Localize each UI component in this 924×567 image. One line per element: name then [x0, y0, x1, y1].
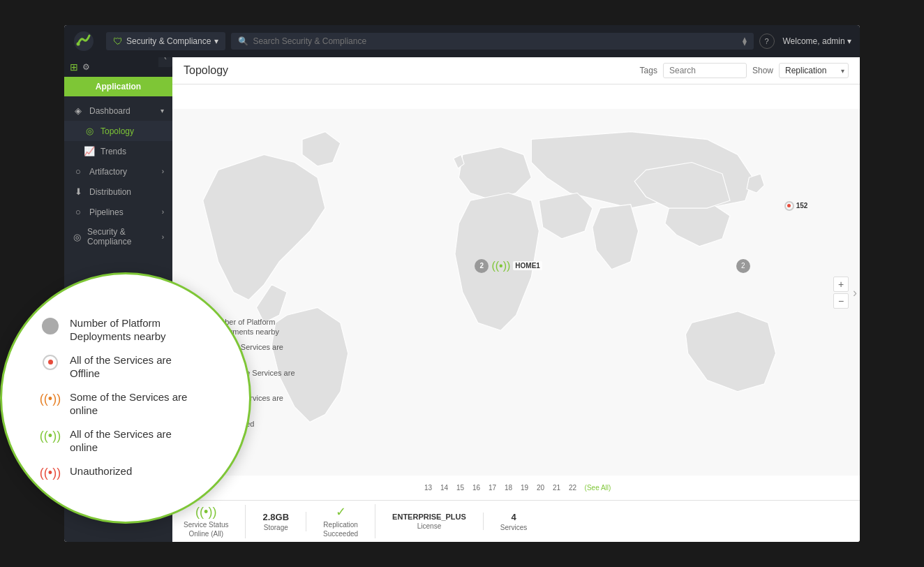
search-icon: 🔍 — [238, 36, 248, 46]
zoom-in-button[interactable]: + — [833, 277, 849, 292]
user-menu-button[interactable]: Welcome, admin ▾ — [783, 36, 852, 46]
show-label: Show — [752, 66, 773, 75]
tooltip-item-deployments: Number of PlatformDeployments nearby — [40, 316, 221, 344]
map-next-arrow[interactable]: › — [853, 285, 857, 300]
tooltip-dot-red-icon — [40, 355, 60, 370]
status-bar: ((•)) Service Status Online (All) 2.8GB … — [172, 500, 860, 542]
tooltip-wifi-red-icon: ((•)) — [40, 466, 60, 480]
chevron-icon: ▾ — [161, 107, 164, 115]
service-status-icon: ((•)) — [195, 505, 216, 520]
topology-icon: ◎ — [84, 126, 95, 136]
services-value: 4 — [511, 512, 516, 522]
page-13[interactable]: 13 — [422, 480, 435, 494]
red-dot-icon — [784, 201, 794, 211]
show-dropdown-wrapper: Replication All Services Status — [779, 63, 849, 78]
settings-icon: ⚙ — [82, 62, 90, 72]
filter-icon[interactable]: ⧫ — [743, 36, 747, 46]
tooltip-wifi-green-icon: ((•)) — [40, 429, 60, 443]
page-17[interactable]: 17 — [486, 480, 500, 494]
services-label: Services — [500, 524, 527, 531]
license-value: ENTERPRISE_PLUS — [392, 513, 466, 521]
product-label: Security & Compliance — [126, 36, 211, 46]
distribution-icon: ⬇ — [73, 186, 84, 197]
sidebar-item-artifactory[interactable]: ○ Artifactory › — [64, 161, 172, 182]
sidebar-item-dashboard[interactable]: ◈ Dashboard ▾ — [64, 101, 172, 121]
see-all-link[interactable]: (See All) — [585, 484, 611, 492]
home1-node[interactable]: 2 ((•)) HOME1 — [475, 259, 542, 273]
show-dropdown[interactable]: Replication All Services Status — [779, 63, 849, 78]
page-15[interactable]: 15 — [454, 480, 468, 494]
status-replication: ✓ Replication Succeeded — [306, 504, 375, 538]
cluster-badge: 2 — [475, 259, 489, 273]
map-zoom-controls: + − — [833, 277, 849, 309]
zoom-out-button[interactable]: − — [833, 293, 849, 309]
legend-tooltip-popup: Number of PlatformDeployments nearby All… — [0, 272, 251, 524]
sidebar-item-topology[interactable]: ◎ Topology — [64, 121, 172, 141]
tags-search-input[interactable] — [663, 63, 747, 78]
service-status-value: Online (All) — [189, 530, 223, 538]
node-label: HOME1 — [513, 261, 542, 270]
sidebar-item-label: Dashboard — [89, 106, 131, 116]
map-pagination: 13 14 15 16 17 18 19 20 21 22 (See All) — [422, 480, 611, 494]
tooltip-circle-gray-icon — [40, 318, 60, 334]
chevron-icon: › — [162, 168, 164, 175]
replication-value: Succeeded — [323, 530, 358, 538]
tooltip-item-all-online: ((•)) All of the Services areonline — [40, 427, 221, 455]
app-logo — [73, 30, 95, 52]
node-152-label: 152 — [796, 202, 808, 209]
chevron-icon: › — [162, 233, 164, 241]
storage-label: Storage — [264, 524, 288, 531]
artifactory-icon: ○ — [73, 166, 84, 177]
svg-point-0 — [74, 31, 94, 51]
tooltip-text-all-online: All of the Services areonline — [70, 427, 172, 455]
product-selector-button[interactable]: 🛡 Security & Compliance ▾ — [106, 32, 225, 50]
page-21[interactable]: 21 — [550, 480, 564, 494]
sidebar-item-label: Topology — [100, 126, 134, 136]
storage-value: 2.8GB — [262, 512, 289, 522]
service-status-label: Service Status — [184, 521, 228, 529]
sidebar-item-pipelines[interactable]: ○ Pipelines › — [64, 202, 172, 222]
sidebar-item-label: Pipelines — [89, 207, 124, 217]
sidebar-item-label: Security & Compliance — [87, 227, 156, 246]
page-18[interactable]: 18 — [502, 480, 516, 494]
node-152[interactable]: 152 — [784, 201, 808, 211]
dashboard-icon: ◈ — [73, 105, 84, 116]
pipelines-icon: ○ — [73, 207, 84, 217]
sidebar-item-distribution[interactable]: ⬇ Distribution — [64, 182, 172, 202]
sidebar-section: ◈ Dashboard ▾ ◎ Topology 📈 Trends ○ Arti… — [64, 96, 172, 256]
tooltip-text-all-offline: All of the Services areOffline — [70, 353, 172, 381]
tooltip-text-unauthorized: Unauthorized — [70, 464, 132, 478]
tooltip-text-deployments: Number of PlatformDeployments nearby — [70, 316, 166, 344]
shield-icon: 🛡 — [113, 36, 123, 47]
page-16[interactable]: 16 — [470, 480, 484, 494]
search-bar: 🔍 ⧫ — [231, 33, 753, 50]
page-19[interactable]: 19 — [518, 480, 532, 494]
sidebar-collapse-button[interactable]: ‹ — [158, 57, 172, 67]
svg-point-1 — [77, 43, 80, 46]
page-title: Topology — [184, 64, 228, 77]
topology-controls: Tags Show Replication All Services Statu… — [640, 63, 849, 78]
sidebar-item-trends[interactable]: 📈 Trends — [64, 141, 172, 161]
sidebar-app-label: Application — [64, 77, 172, 96]
sidebar-item-security[interactable]: ◎ Security & Compliance › — [64, 222, 172, 251]
tooltip-item-some-online: ((•)) Some of the Services areonline — [40, 390, 221, 418]
topology-header: Topology Tags Show Replication All Servi… — [172, 57, 860, 84]
tooltip-item-all-offline: All of the Services areOffline — [40, 353, 221, 381]
page-20[interactable]: 20 — [534, 480, 548, 494]
main-content: Topology Tags Show Replication All Servi… — [172, 57, 860, 542]
map-area: 2 ((•)) HOME1 2 152 — [172, 84, 860, 500]
tags-label: Tags — [640, 66, 657, 75]
status-storage: 2.8GB Storage — [246, 512, 306, 531]
cluster-2-badge: 2 — [736, 259, 750, 273]
node2-cluster[interactable]: 2 — [736, 259, 750, 273]
tooltip-text-some-online: Some of the Services areonline — [70, 390, 187, 418]
replication-label: Replication — [323, 521, 357, 529]
help-button[interactable]: ? — [759, 34, 775, 49]
page-22[interactable]: 22 — [566, 480, 580, 494]
product-dropdown-icon: ▾ — [214, 36, 218, 46]
chevron-icon: › — [162, 208, 164, 216]
sidebar-item-label: Artifactory — [89, 167, 127, 177]
page-14[interactable]: 14 — [438, 480, 452, 494]
security-icon: ◎ — [73, 232, 82, 242]
search-input[interactable] — [253, 36, 738, 46]
